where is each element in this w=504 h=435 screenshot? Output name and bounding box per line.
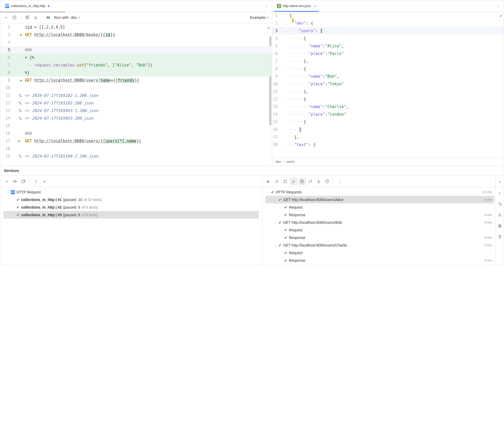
test-history-icon[interactable] xyxy=(323,178,331,185)
chevron-down-icon[interactable]: ⌄ xyxy=(266,191,270,193)
svg-rect-10 xyxy=(499,224,501,225)
code-area-right[interactable]: ✔ 💡 1⌄{ 2⌄··"dev": { 3⌄····"users": [ 4⌄… xyxy=(272,12,504,157)
show-ignored-icon[interactable] xyxy=(298,178,306,185)
tab-options-icon[interactable]: ⋮ xyxy=(494,2,502,10)
next-failure-icon[interactable]: ↓ xyxy=(496,189,503,197)
tree-root-http-request[interactable]: ⌄ API HTTP Request xyxy=(3,188,259,196)
response-gutter-icon[interactable] xyxy=(18,117,22,120)
fold-icon[interactable]: ⌄ xyxy=(285,68,287,70)
expand-collapse-icon[interactable] xyxy=(32,178,40,185)
duration-label: 3 ms xyxy=(484,243,493,247)
run-gutter-icon[interactable]: ▶ xyxy=(18,139,20,143)
examples-label: Examples xyxy=(250,15,266,20)
add-request-icon[interactable]: ＋ xyxy=(2,14,10,21)
close-icon[interactable]: × xyxy=(314,4,316,8)
more-icon[interactable]: ⋮ xyxy=(336,178,344,185)
breadcrumb-item[interactable]: dev xyxy=(275,160,281,164)
run-with-selector[interactable]: Run with: dev ▾ xyxy=(53,15,81,20)
show-passed-icon[interactable]: ✔ xyxy=(290,178,297,185)
fold-icon[interactable]: ⌄ xyxy=(285,30,287,32)
svg-rect-11 xyxy=(499,226,501,227)
http-method: GET xyxy=(25,32,32,37)
request-row[interactable]: ⌄✔ GET http://localhost:8080/users/Charl… xyxy=(265,241,494,249)
editor-split: API collections_in_http.http ⋮ ＋ xyxy=(0,0,504,166)
close-all-icon[interactable]: ✕ xyxy=(41,178,48,185)
chevron-down-icon[interactable]: ⌄ xyxy=(274,198,277,201)
print-icon[interactable] xyxy=(496,222,503,230)
request-row[interactable]: ⌄✔ GET http://localhost:8080/users/Bob 4… xyxy=(265,219,494,226)
run-gutter-icon[interactable]: ▶ xyxy=(20,79,22,82)
sort-icon[interactable] xyxy=(307,178,314,185)
response-gutter-icon[interactable] xyxy=(18,102,22,105)
response-file-link[interactable]: 2024-07-17T165102-1.200.json xyxy=(32,93,98,98)
response-file-link[interactable]: 2024-07-17T165053-1.200.json xyxy=(32,108,98,113)
tab-env-json[interactable]: {} http-client.env.json × xyxy=(274,0,319,12)
chevron-down-icon[interactable]: ⌄ xyxy=(274,244,277,247)
duration-label: 4 ms xyxy=(484,213,493,217)
duration-label: 4 ms xyxy=(484,236,493,239)
debug-icon[interactable] xyxy=(273,178,281,185)
svg-rect-6 xyxy=(284,180,287,183)
copy-icon[interactable] xyxy=(24,14,31,21)
http-method: GET xyxy=(25,78,32,83)
fold-icon[interactable]: ⌄ xyxy=(285,14,287,17)
add-icon[interactable]: ＋ xyxy=(3,178,10,185)
tabbar-left: API collections_in_http.http ⋮ xyxy=(0,0,272,12)
request-url: GET http://localhost:8080/users/Alice xyxy=(283,198,343,202)
open-new-tab-icon[interactable] xyxy=(20,178,27,185)
breadcrumb[interactable]: dev › users xyxy=(272,157,504,166)
services-tree-right: ▶ ✔ ⋮ ⌄✔ HTTP Requests 11 ms xyxy=(262,175,504,265)
test-run-row[interactable]: ✔ collections_in_http | #3 [passed: 6 of… xyxy=(3,211,259,219)
run-gutter-icon[interactable]: ▶ xyxy=(20,33,22,37)
tree-root-label: HTTP Request xyxy=(16,190,41,194)
request-child-row[interactable]: ✔Response4 ms xyxy=(265,234,494,241)
request-child-row[interactable]: ✔Response3 ms xyxy=(265,256,494,264)
fold-icon[interactable]: ⌄ xyxy=(21,140,22,143)
stop-icon[interactable] xyxy=(282,178,289,185)
check-icon: ✔ xyxy=(16,198,20,202)
fold-icon[interactable]: ⌄ xyxy=(285,98,287,101)
history-icon[interactable] xyxy=(11,14,18,21)
chevron-down-icon[interactable]: ⌄ xyxy=(274,221,277,224)
show-hidden-icon[interactable] xyxy=(11,178,19,185)
request-child-row[interactable]: ✔Request xyxy=(265,249,494,256)
run-all-icon[interactable] xyxy=(45,14,52,21)
tab-collections-http[interactable]: API collections_in_http.http xyxy=(2,0,52,12)
fold-icon[interactable]: ⌄ xyxy=(285,22,287,25)
request-row[interactable]: ⌄✔ GET http://localhost:8080/users/Alice… xyxy=(265,196,494,203)
test-run-row[interactable]: ✔ collections_in_http | #2 [passed: 6 of… xyxy=(3,203,259,211)
response-gutter-icon[interactable] xyxy=(18,94,22,97)
rerun-icon[interactable]: ▶ xyxy=(265,178,272,185)
examples-dropdown[interactable]: Examples ▾ xyxy=(249,15,270,20)
check-icon: ✔ xyxy=(284,251,287,255)
code-area-left[interactable]: ✔ 2@id = [1,2,3,4,5] 3▶GET http://localh… xyxy=(0,23,272,166)
var-id: id xyxy=(27,25,32,30)
chevron-down-icon[interactable]: ⌄ xyxy=(6,191,9,193)
request-child-row[interactable]: ✔Request xyxy=(265,203,494,211)
soft-wrap-icon[interactable] xyxy=(496,200,503,208)
breadcrumb-item[interactable]: users xyxy=(286,160,295,164)
response-file-link[interactable]: 2024-07-17T165109-2.200.json xyxy=(32,154,98,159)
var-ref-friends: friends xyxy=(117,78,135,83)
response-gutter-icon[interactable] xyxy=(18,155,22,158)
fold-icon[interactable]: ⌄ xyxy=(285,37,287,40)
svg-point-5 xyxy=(276,181,278,183)
response-gutter-icon[interactable] xyxy=(18,109,22,112)
fold-icon[interactable]: ⌄ xyxy=(21,56,22,59)
prev-failure-icon[interactable]: ↑ xyxy=(496,178,503,186)
delete-icon[interactable] xyxy=(496,233,503,241)
tree-root-requests[interactable]: ⌄✔ HTTP Requests 11 ms xyxy=(265,188,494,196)
test-run-row[interactable]: ✔ collections_in_http | #1 [passed: 10 o… xyxy=(3,196,259,203)
import-results-icon[interactable] xyxy=(315,178,322,185)
editor-left: API collections_in_http.http ⋮ ＋ xyxy=(0,0,272,166)
import-icon[interactable] xyxy=(32,14,39,21)
tabbar-right: {} http-client.env.json × ⋮ xyxy=(272,0,504,12)
fold-icon[interactable]: ⌄ xyxy=(285,143,287,146)
scroll-to-end-icon[interactable] xyxy=(496,211,503,219)
response-file-link[interactable]: 2024-07-17T165102.200.json xyxy=(32,101,93,105)
tab-options-icon[interactable]: ⋮ xyxy=(262,2,270,10)
svg-point-3 xyxy=(14,181,15,182)
request-child-row[interactable]: ✔Response4 ms xyxy=(265,211,494,219)
response-file-link[interactable]: 2024-07-17T165053.200.json xyxy=(32,116,93,121)
request-child-row[interactable]: ✔Request xyxy=(265,226,494,234)
